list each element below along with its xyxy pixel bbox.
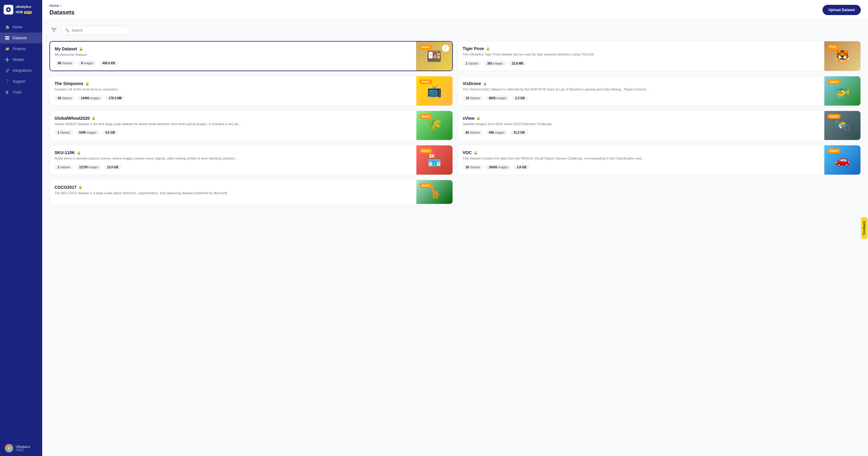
meta-size: 6.5 GB bbox=[102, 130, 118, 135]
dataset-card[interactable]: SKU-110K 🔒 Retail items in densely packe… bbox=[50, 145, 453, 175]
detect-badge: Detect bbox=[827, 148, 841, 153]
page-title: Datasets bbox=[50, 9, 74, 16]
dataset-meta: 20 classes26455 images2.8 GB bbox=[463, 165, 820, 170]
detect-badge: Detect bbox=[420, 183, 433, 188]
logo-area: ultralytics HUB BETA bbox=[0, 0, 42, 19]
image-placeholder: 🍱 bbox=[427, 49, 442, 63]
dataset-image: 🚗 Detect bbox=[824, 145, 861, 174]
dataset-image: 📺 Detect bbox=[416, 76, 453, 105]
dataset-image: 🚁 Detect bbox=[824, 76, 861, 105]
dataset-card[interactable]: VisDrone 🔒 The VisDrone2021 dataset is c… bbox=[458, 76, 861, 106]
search-bar-row: 🔍 bbox=[50, 26, 861, 35]
dataset-meta: 18 classes14406 images176.3 MB bbox=[55, 95, 411, 101]
svg-rect-3 bbox=[5, 39, 9, 40]
dataset-name: GlobalWheat2020 🔒 bbox=[55, 116, 411, 121]
sidebar-item-projects[interactable]: 📁 Projects bbox=[0, 44, 42, 54]
svg-point-6 bbox=[7, 61, 8, 62]
sidebar-item-label: Datasets bbox=[13, 36, 27, 40]
meta-size: 12.6 GB bbox=[104, 165, 121, 170]
card-content: The Simpsons 🔒 Contains 18 of the most f… bbox=[50, 76, 416, 105]
dataset-card[interactable]: VOC 🔒 This dataset contains the data fro… bbox=[458, 145, 861, 175]
card-content: SKU-110K 🔒 Retail items in densely packe… bbox=[50, 145, 416, 174]
dataset-name: My Dataset 🔒 bbox=[55, 47, 411, 51]
meta-classes: 1 classes bbox=[55, 165, 73, 170]
dataset-name: SKU-110K 🔒 bbox=[55, 150, 411, 155]
meta-size: 31.3 GB bbox=[510, 130, 528, 135]
dataset-image: 🦒 Detect bbox=[416, 180, 453, 204]
meta-images: 263 images bbox=[484, 61, 506, 66]
meta-images: 5445 images bbox=[76, 130, 99, 135]
dataset-description: The MS COCO dataset is a large-scale obj… bbox=[55, 191, 411, 195]
svg-point-5 bbox=[7, 58, 8, 58]
meta-size: 176.3 MB bbox=[106, 95, 125, 101]
dataset-name: VOC 🔒 bbox=[463, 150, 820, 155]
svg-point-8 bbox=[9, 59, 10, 60]
card-menu-button[interactable]: ⋮ bbox=[442, 45, 449, 52]
sidebar-item-models[interactable]: Models bbox=[0, 54, 42, 65]
image-placeholder: 🛰️ bbox=[835, 118, 850, 133]
image-placeholder: 🐯 bbox=[835, 49, 850, 63]
detect-badge: Detect bbox=[420, 148, 433, 153]
card-content: My Dataset 🔒 My Awesome Dataset 80 class… bbox=[50, 41, 416, 70]
dataset-card[interactable]: GlobalWheat2020 🔒 Global WHEAT Dataset i… bbox=[50, 111, 453, 140]
svg-rect-1 bbox=[5, 36, 9, 37]
card-content: xView 🔒 Satellite imagery from DIUx xVie… bbox=[458, 111, 825, 140]
sidebar-item-datasets[interactable]: Datasets bbox=[0, 33, 42, 44]
logo-icon bbox=[4, 5, 13, 15]
dataset-description: The VisDrone2021 dataset is collected by… bbox=[463, 87, 820, 92]
sidebar-item-support[interactable]: ❓ Support bbox=[0, 76, 42, 87]
lock-icon: 🔒 bbox=[474, 151, 478, 155]
meta-classes: 80 classes bbox=[55, 61, 75, 66]
sidebar-item-home[interactable]: 🏠 Home bbox=[0, 22, 42, 33]
image-placeholder: 📺 bbox=[427, 84, 442, 98]
search-input[interactable] bbox=[62, 26, 128, 35]
dataset-card[interactable]: Tiger Pose 🔒 The Ultralytics Tiger Pose … bbox=[458, 41, 861, 71]
feedback-button[interactable]: Feedback bbox=[861, 218, 867, 238]
image-placeholder: 🏪 bbox=[427, 153, 442, 167]
dataset-image: 🛰️ Detect bbox=[824, 111, 861, 140]
projects-icon: 📁 bbox=[5, 47, 10, 51]
home-icon: 🏠 bbox=[5, 25, 10, 30]
meta-size: 405.6 KB bbox=[99, 61, 118, 66]
lock-icon: 🔒 bbox=[92, 116, 96, 120]
integrations-icon: 🔗 bbox=[5, 68, 10, 73]
lock-icon: 🔒 bbox=[483, 82, 487, 86]
dataset-card[interactable]: My Dataset 🔒 My Awesome Dataset 80 class… bbox=[50, 41, 453, 71]
svg-point-7 bbox=[5, 59, 6, 60]
sidebar-nav: 🏠 Home Datasets 📁 Projects bbox=[0, 19, 42, 440]
models-icon bbox=[5, 57, 10, 62]
card-content: COCO2017 🔒 The MS COCO dataset is a larg… bbox=[50, 180, 416, 204]
meta-classes: 10 classes bbox=[463, 95, 483, 101]
image-placeholder: 🌾 bbox=[427, 118, 442, 133]
sidebar-item-integrations[interactable]: 🔗 Integrations bbox=[0, 65, 42, 76]
card-content: GlobalWheat2020 🔒 Global WHEAT Dataset i… bbox=[50, 111, 416, 140]
meta-images: 14406 images bbox=[78, 95, 103, 101]
dataset-card[interactable]: xView 🔒 Satellite imagery from DIUx xVie… bbox=[458, 111, 861, 140]
upload-dataset-button[interactable]: Upload Dataset bbox=[823, 5, 861, 15]
dataset-image: 🏪 Detect bbox=[416, 145, 453, 174]
lock-icon: 🔒 bbox=[79, 47, 83, 51]
dataset-card[interactable]: The Simpsons 🔒 Contains 18 of the most f… bbox=[50, 76, 453, 106]
filter-button[interactable] bbox=[50, 26, 58, 35]
sidebar-item-trash[interactable]: 🗑 Trash bbox=[0, 87, 42, 98]
content-area: 🔍 My Dataset 🔒 My Awesome Dataset 80 cla… bbox=[42, 20, 868, 456]
detect-badge: Detect bbox=[420, 114, 433, 119]
dataset-description: Retail items in densely packed scenes, w… bbox=[55, 156, 411, 161]
dataset-meta: 60 classes846 images31.3 GB bbox=[463, 130, 820, 135]
meta-size: 2.3 GB bbox=[512, 95, 528, 101]
card-content: VisDrone 🔒 The VisDrone2021 dataset is c… bbox=[458, 76, 825, 105]
dataset-name: The Simpsons 🔒 bbox=[55, 81, 411, 86]
lock-icon: 🔒 bbox=[77, 151, 81, 155]
dataset-name: xView 🔒 bbox=[463, 116, 820, 121]
dataset-meta: 1 classes5445 images6.5 GB bbox=[55, 130, 411, 135]
dataset-name: COCO2017 🔒 bbox=[55, 185, 411, 190]
support-icon: ❓ bbox=[5, 79, 10, 84]
dataset-description: Satellite imagery from DIUx xView 2018 D… bbox=[463, 122, 820, 126]
lock-icon: 🔒 bbox=[78, 185, 83, 189]
breadcrumb-home[interactable]: Home bbox=[50, 4, 59, 8]
dataset-card[interactable]: COCO2017 🔒 The MS COCO dataset is a larg… bbox=[50, 180, 453, 204]
lock-icon: 🔒 bbox=[486, 47, 490, 51]
sidebar-item-label: Support bbox=[13, 79, 25, 84]
meta-classes: 18 classes bbox=[55, 95, 75, 101]
dataset-meta: 1 classes11739 images12.6 GB bbox=[55, 165, 411, 170]
